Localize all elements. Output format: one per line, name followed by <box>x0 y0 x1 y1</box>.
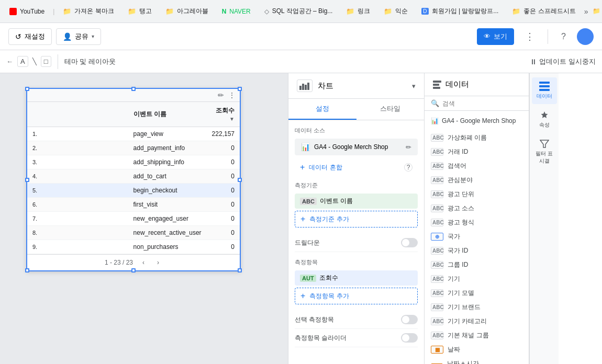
browser-tab-link[interactable]: 📁 링크 <box>341 5 375 18</box>
field-item[interactable]: ABC 광고 소스 <box>425 201 529 215</box>
browser-tab-sql[interactable]: ◇ SQL 작업공간 – Big... <box>259 5 338 18</box>
field-item[interactable]: ABC 광고 단위 <box>425 187 529 201</box>
resize-handle-tl[interactable] <box>25 87 29 91</box>
field-item[interactable]: ABC 국가 ID <box>425 244 529 258</box>
chart-dropdown-icon[interactable]: ▾ <box>412 82 416 90</box>
table-row[interactable]: 4. add_to_cart 0 <box>27 169 240 184</box>
field-item[interactable]: ABC 거래 ID <box>425 145 529 159</box>
chart-type-icon[interactable] <box>297 79 313 92</box>
field-type-icon: ABC <box>431 303 443 311</box>
field-item[interactable]: ABC 기기 카테고리 <box>425 314 529 328</box>
table-row[interactable]: 7. new_engaged_user 0 <box>27 212 240 226</box>
field-item[interactable]: ABC 관심분야 <box>425 173 529 187</box>
svg-rect-3 <box>307 83 309 90</box>
more-widget-icon[interactable]: ⋮ <box>228 91 236 99</box>
field-name: 관심분야 <box>448 176 473 185</box>
field-type-icon: ABC <box>431 317 443 325</box>
field-item[interactable]: ▦ 날짜 <box>425 343 529 357</box>
view-button[interactable]: 👁 보기 <box>477 28 514 45</box>
browser-tab-agreeable[interactable]: 📁 아그레아블 <box>160 5 214 18</box>
field-type-icon: ▦ <box>431 346 443 354</box>
table-row[interactable]: 9. non_purchasers 0 <box>27 240 240 254</box>
pause-update-btn[interactable]: ⏸ 업데이트 일시중지 <box>530 57 596 66</box>
table-row[interactable]: 3. add_shipping_info 0 <box>27 155 240 169</box>
filter-side-btn[interactable]: 필터 표시결 <box>532 135 557 169</box>
search-input[interactable] <box>442 100 522 107</box>
user-avatar[interactable] <box>577 28 594 45</box>
field-item[interactable]: ABC 가상화폐 이름 <box>425 131 529 145</box>
more-bookmarks-btn[interactable]: » <box>584 7 588 16</box>
edit-widget-icon[interactable]: ✏ <box>218 91 224 99</box>
field-item[interactable]: ABC 기본 채널 그룹 <box>425 328 529 343</box>
table-row[interactable]: 8. new_recent_active_user 0 <box>27 226 240 240</box>
browser-tab-스프레드[interactable]: 📁 좋은 스프레드시트 <box>507 5 581 18</box>
undo-icon[interactable]: ← <box>6 58 13 65</box>
resize-handle-ml[interactable] <box>25 178 29 182</box>
metric-chip[interactable]: AUT 조회수 <box>295 270 418 286</box>
optional-metric-toggle[interactable] <box>401 315 418 324</box>
prev-page-btn[interactable]: ‹ <box>139 258 148 267</box>
all-bookmarks-btn[interactable]: 📁 모든 북마크 <box>593 7 602 16</box>
folder-icon-5: 📁 <box>384 7 392 15</box>
metric-slider-toggle[interactable] <box>401 333 418 343</box>
table-row[interactable]: 2. add_payment_info 0 <box>27 141 240 155</box>
table-row[interactable]: 5. begin_checkout 0 <box>27 184 240 198</box>
event-name-cell: add_payment_info <box>128 141 207 155</box>
shape-tool-icon[interactable]: ╲ <box>32 58 37 65</box>
field-item[interactable]: ABC 광고 형식 <box>425 215 529 230</box>
row-number: 5. <box>27 184 128 198</box>
field-item[interactable]: ABC 기기 브랜드 <box>425 300 529 314</box>
share-button[interactable]: 👤 공유 ▾ <box>56 28 101 45</box>
add-dimension-btn[interactable]: + 측정기준 추가 <box>295 211 418 228</box>
field-item[interactable]: ABC 그룹 ID <box>425 258 529 272</box>
properties-side-btn[interactable]: 속성 <box>532 106 557 133</box>
help-button[interactable]: ? <box>554 28 573 45</box>
table-row[interactable]: 1. page_view 222,157 <box>27 127 240 141</box>
resize-handle-mr[interactable] <box>238 178 242 182</box>
browser-tab-익순[interactable]: 📁 익순 <box>378 5 413 18</box>
browser-tab-bookmarks[interactable]: 📁 가져온 북마크 <box>58 5 119 18</box>
field-list: ABC 가상화폐 이름 ABC 거래 ID ABC 검색어 ABC 관심분야 A… <box>425 131 529 364</box>
field-item[interactable]: ⊕ 국가 <box>425 230 529 244</box>
browser-tab-tango[interactable]: 📁 탱고 <box>122 5 157 18</box>
browser-tab-youtube[interactable]: YouTube <box>4 6 50 17</box>
canvas-area[interactable]: ✏ ⋮ 이벤트 이름 조회수 ▼ <box>0 73 288 364</box>
view-count-header[interactable]: 조회수 ▼ <box>207 102 240 127</box>
dropdown-toggle[interactable] <box>401 238 418 247</box>
browser-tab-naver[interactable]: N NAVER <box>217 6 256 17</box>
data-side-btn[interactable]: 데이터 <box>532 77 557 104</box>
field-item[interactable]: ▦ 날짜 + 시간(YYYYMMDDHH) <box>425 357 529 364</box>
field-item[interactable]: ABC 기기 <box>425 272 529 286</box>
more-options-button[interactable]: ⋮ <box>518 27 541 46</box>
resize-handle-tc[interactable] <box>131 87 136 91</box>
second-toolbar: ← A ╲ □ 테마 및 레이아웃 ⏸ 업데이트 일시중지 <box>0 50 602 73</box>
tab-settings[interactable]: 설정 <box>288 99 356 120</box>
text-tool-icon[interactable]: A <box>17 56 28 67</box>
blend-help-icon[interactable]: ? <box>404 163 413 172</box>
rect-tool-icon[interactable]: □ <box>41 56 51 67</box>
resize-handle-bl[interactable] <box>25 268 29 272</box>
스프레드-tab-label: 좋은 스프레드시트 <box>523 7 575 16</box>
browser-tab-회원가입[interactable]: D 회원가입 | 말랑말랑프... <box>416 5 504 18</box>
table-header-row: 이벤트 이름 조회수 ▼ <box>27 102 240 127</box>
resize-handle-bc[interactable] <box>131 268 136 272</box>
row-number: 6. <box>27 198 128 212</box>
resize-handle-br[interactable] <box>238 268 242 272</box>
data-source-name: GA4 - Google Merch Shop <box>314 143 388 151</box>
divider-1 <box>295 175 418 181</box>
edit-datasource-icon[interactable]: ✏ <box>406 143 411 151</box>
reset-button[interactable]: ↺ 재설정 <box>8 28 52 45</box>
data-source-card[interactable]: 📊 GA4 - Google Merch Shop ✏ <box>295 139 418 155</box>
table-row[interactable]: 6. first_visit 0 <box>27 198 240 212</box>
dimension-chip[interactable]: ABC 이벤트 이름 <box>295 194 418 209</box>
field-item[interactable]: ABC 기기 모델 <box>425 286 529 300</box>
event-name-header[interactable]: 이벤트 이름 <box>128 102 207 127</box>
field-item[interactable]: ABC 검색어 <box>425 159 529 173</box>
tab-style[interactable]: 스타일 <box>356 99 425 120</box>
next-page-btn[interactable]: › <box>154 258 162 267</box>
add-blend-btn[interactable]: + 데이터 혼합 ? <box>295 160 418 175</box>
resize-handle-tr[interactable] <box>238 87 242 91</box>
d-icon: D <box>421 8 428 15</box>
add-metric-btn[interactable]: + 측정항목 추가 <box>295 288 418 304</box>
event-name-cell: first_visit <box>128 198 207 212</box>
